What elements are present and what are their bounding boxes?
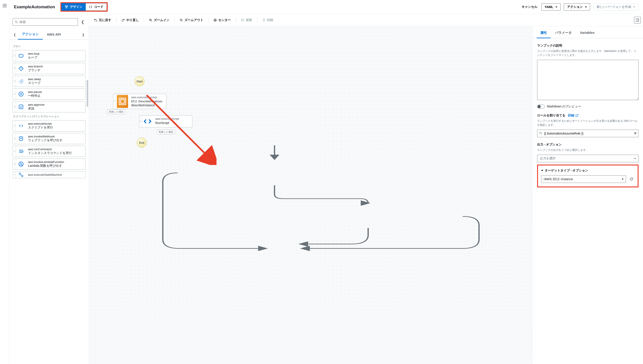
actions-dropdown[interactable]: アクション [564,3,590,10]
top-header: ExampleAutomation デザイン コード キャンセル YAML アク… [10,0,643,14]
code-tab-label: コード [94,5,104,9]
sleep-icon [18,78,24,84]
action-invoke-webhook[interactable]: ⠿ aws:invokeWebhookウェブフックを呼び出す [12,133,86,144]
tab-variables[interactable]: Variables [576,28,598,38]
drag-handle-icon: ⠿ [13,76,16,87]
loop-icon [18,53,24,59]
drag-handle-icon: ⠿ [13,50,16,61]
action-pause[interactable]: ⠿ aws:pause一時停止 [12,88,86,100]
svg-rect-2 [66,8,67,8]
tabs-scroll-left[interactable]: ❮ [12,31,18,38]
design-tab-button[interactable]: デザイン [61,3,86,11]
end-node[interactable]: End [137,138,147,148]
edge-label-fail-2: 失敗した場合 [157,130,175,134]
role-help: ランブックを実行するためにオートメーションが引き受ける必要がある IAM ロール… [537,119,638,127]
format-select-label: YAML [545,5,553,9]
view-mode-toggle: デザイン コード [60,2,108,12]
script-icon [142,116,153,127]
lambda-icon [18,161,24,167]
drag-handle-icon: ⠿ [13,120,16,131]
svg-point-3 [15,21,17,22]
description-help: ランブックの説明と使用法に関する指示を入力します。Markdown を使用して、… [537,49,638,57]
canvas-toolbar: 元に戻す やり直し ズームイン ズームアウト [89,14,643,26]
action-sleep[interactable]: ⠿ aws:sleepスリープ [12,76,86,87]
duplicate-button: 複製 [238,17,255,24]
design-tab-label: デザイン [70,5,82,9]
drag-handle-icon: ⠿ [13,102,16,112]
action-approve[interactable]: ⠿ aws:approve承認 [12,101,86,112]
scrollbar[interactable] [87,80,88,107]
left-panel: ❮ ❮ アクション AWS API ❯ フロー ⠿ aws:loopループ [10,14,89,364]
zoom-in-button[interactable]: ズームイン [146,17,172,24]
search-input[interactable] [20,18,76,26]
center-icon [213,18,217,22]
action-invoke-lambda[interactable]: ⠿ aws:invokeLambdaFunctionLambda 関数を呼び出す [12,158,86,170]
svg-rect-17 [119,98,126,104]
target-type-section-toggle[interactable]: ターゲットタイプ - オプション [541,168,634,172]
drag-handle-icon: ⠿ [13,146,16,157]
triangle-down-icon [541,170,543,171]
right-panel: 属性 パラメータ Variables ランブックの説明 ランブックの説明と使用法… [532,26,643,364]
action-execute-state-machine[interactable]: ⠿ aws:executeStateMachine [12,171,86,178]
run-command-icon [18,148,24,154]
markdown-preview-toggle[interactable] [537,104,545,108]
drag-handle-icon: ⠿ [13,159,16,170]
toolbar-settings-button[interactable] [634,17,641,24]
tab-parameters[interactable]: パラメータ [552,28,576,38]
refresh-target-types[interactable] [628,176,634,182]
code-tab-button[interactable]: コード [86,3,107,11]
collapse-left-panel[interactable]: ❮ [80,20,86,24]
format-select[interactable]: YAML [541,3,560,10]
search-icon [14,20,18,24]
start-node[interactable]: Start [134,76,144,86]
section-flow: フロー [13,44,86,48]
actions-label: アクション [567,5,583,9]
section-scripting: スクリプティング/インテグレーション [13,114,86,118]
state-machine-icon [18,172,24,178]
action-loop[interactable]: ⠿ aws:loopループ [12,50,86,61]
zoom-out-button[interactable]: ズームアウト [177,17,206,24]
clear-icon[interactable]: ✕ [634,131,637,136]
drag-handle-icon: ⠿ [13,89,16,100]
svg-point-13 [215,20,216,20]
search-icon [539,132,542,135]
outputs-select[interactable]: 出力を選択 [537,155,638,162]
description-textarea[interactable] [537,60,638,100]
step-run-script[interactable]: ⠿ aws:executeScript RunScript [139,115,192,128]
assume-role-input[interactable] [537,130,638,137]
hamburger-menu[interactable] [3,4,7,7]
target-type-select[interactable]: /AWS::EC2::Instance [541,175,626,183]
duplicate-icon [241,18,244,22]
svg-rect-16 [636,19,639,22]
undo-button[interactable]: 元に戻す [91,17,114,24]
action-branch[interactable]: ⠿ aws:branchブランチ [12,63,86,74]
svg-rect-1 [67,6,68,6]
action-run-command[interactable]: ⠿ aws:runCommandインスタンスでコマンドを実行 [12,146,86,157]
center-button[interactable]: センター [211,17,234,24]
svg-point-8 [19,162,23,166]
outputs-label: 出力 - オプション [537,142,638,147]
chevron-down-icon [634,158,636,159]
edge-label-fail-1: 失敗した場合 [107,110,125,114]
markdown-preview-label: Markdown のプレビュー [547,104,581,108]
tabs-scroll-right[interactable]: ❯ [80,31,86,38]
cancel-button[interactable]: キャンセル [521,4,538,10]
svg-rect-15 [242,20,244,21]
tab-attributes[interactable]: 属性 [537,28,550,38]
action-execute-script[interactable]: ⠿ aws:executeScriptスクリプトを実行 [12,120,86,132]
create-version-button[interactable]: 新しいバージョンを作成 [593,3,638,10]
svg-point-5 [19,92,23,96]
search-box[interactable] [12,18,78,26]
chevron-down-icon [633,6,635,8]
tab-aws-api[interactable]: AWS API [43,30,65,39]
step-describe-instance[interactable]: ⠿ aws:executeAwsApi EC2: DescribeInstanc… [113,94,166,109]
undo-icon [94,18,98,22]
document-title: ExampleAutomation [14,4,55,10]
role-details-link[interactable]: 詳細 [568,114,579,118]
canvas[interactable]: Start ⠿ aws:executeAwsApi EC2: DescribeI… [89,26,532,364]
redo-icon [121,18,125,22]
redo-button[interactable]: やり直し [119,17,142,24]
aws-api-icon [117,96,128,107]
pause-icon [18,91,24,97]
tab-actions[interactable]: アクション [18,30,43,40]
